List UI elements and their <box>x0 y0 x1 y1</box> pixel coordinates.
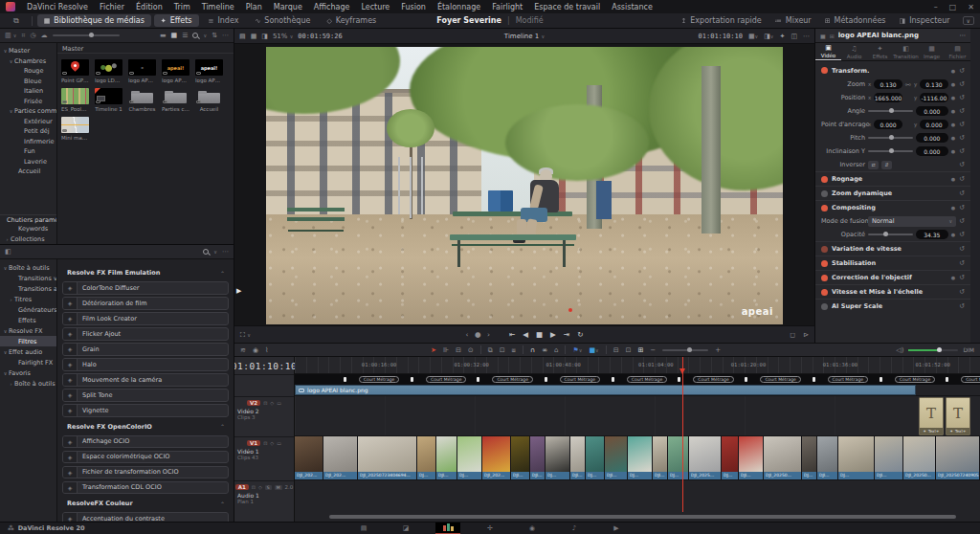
play-reverse-button[interactable]: ◀ <box>523 330 528 339</box>
effect-item[interactable]: ◈ Détérioration de film <box>62 297 229 310</box>
panel-collapse-icon[interactable]: ◧ <box>5 248 11 256</box>
video-clip[interactable]: DJ... <box>802 436 817 479</box>
menu-item[interactable]: DaVinci Resolve <box>21 3 94 11</box>
auto-select-icon[interactable]: ◇ <box>270 400 274 406</box>
zoom-in-icon[interactable]: ⊞ <box>637 346 643 354</box>
viewer-options-icon[interactable]: ⋯ <box>803 33 810 40</box>
video-clip[interactable]: DJ... <box>838 436 875 479</box>
effects-category[interactable]: ∨ Favoris <box>0 367 56 378</box>
snapping-magnet-icon[interactable]: ∩ <box>530 346 535 354</box>
reset-icon[interactable]: ↺ <box>959 175 965 183</box>
link-icon[interactable]: ⌗ <box>22 32 26 39</box>
zoom-fit-icon[interactable]: ⊡ <box>626 346 632 354</box>
marker-strip[interactable]: Court Métrage Court Métrage Court Métrag… <box>295 374 980 385</box>
opacity-slider[interactable] <box>868 234 913 235</box>
cache-menu-icon[interactable]: ◨∨ <box>764 33 773 40</box>
video-clip[interactable]: DJ... <box>628 436 653 479</box>
category-expand-icon[interactable]: ∨ <box>2 265 9 271</box>
inspector-section[interactable]: Stabilisation ● ↺ <box>815 256 970 270</box>
timeline-marker[interactable]: Court Métrage <box>612 376 667 383</box>
bin-expand-icon[interactable]: ∨ <box>8 58 14 64</box>
replace-clip-button[interactable]: ⧈ <box>512 346 516 354</box>
logo-overlay-clip[interactable]: logo APEAI blanc.png <box>295 385 916 395</box>
bin-item[interactable]: Italien <box>0 86 56 97</box>
timeline-marker[interactable]: Court Métrage <box>946 376 980 383</box>
effect-item[interactable]: ◈ Grain <box>62 343 229 356</box>
timeline-zoom-slider[interactable] <box>662 349 708 351</box>
timeline-marker[interactable]: Court Métrage <box>813 376 868 383</box>
effects-category[interactable]: ∨ Effet audio <box>0 346 56 357</box>
in-out-icon[interactable]: ⊳ <box>803 331 809 339</box>
video-clip[interactable]: DJI_202... <box>323 436 358 479</box>
angle-slider[interactable] <box>868 110 913 112</box>
auto-select-icon[interactable]: ◇ <box>258 484 262 490</box>
category-expand-icon[interactable]: ∨ <box>2 328 9 334</box>
timeline-marker[interactable]: Court Métrage <box>477 376 532 383</box>
effects-category[interactable]: › Titres <box>0 294 56 304</box>
effect-item[interactable]: ◈ Halo <box>62 358 229 371</box>
inspector-section[interactable]: Correction de l'objectif ● ↺ <box>815 270 970 284</box>
dual-viewer-icon[interactable]: ▦ <box>251 33 257 40</box>
go-to-last-frame-button[interactable]: ⇥ <box>564 330 569 339</box>
track-badge[interactable]: A1 <box>235 484 249 490</box>
split-view-icon[interactable]: ◫ <box>791 33 797 40</box>
yaw-field[interactable]: 0.000 <box>916 146 948 156</box>
video-clip[interactable]: DJI... <box>511 436 530 479</box>
mute-button[interactable]: M <box>275 485 282 490</box>
media-item[interactable]: apeai! logo APEAI ... <box>162 59 189 83</box>
marker-flag-icon[interactable] <box>946 377 948 382</box>
razor-tool[interactable]: ⊟ <box>456 346 461 354</box>
inspector-options-icon[interactable]: ⋯ <box>960 32 967 39</box>
effect-item[interactable]: ◈ Film Look Creator <box>62 312 229 325</box>
trim-edit-tool[interactable]: ⊪ <box>443 346 449 354</box>
effects-category[interactable]: Filtres <box>0 336 56 346</box>
toolbar-button[interactable]: ◨ Inspecteur <box>893 14 957 27</box>
timeline-horizontal-scrollbar[interactable] <box>295 515 976 520</box>
inspector-tab[interactable]: ▣ Vidéo <box>815 43 841 60</box>
reset-icon[interactable]: ↺ <box>959 259 965 267</box>
collapse-chevron-icon[interactable]: ∨ <box>963 16 974 25</box>
import-media-icon[interactable]: ▥ ∨ <box>5 32 17 39</box>
toolbar-button[interactable]: ≔ Mixeur <box>768 14 818 27</box>
media-item[interactable]: Accueil <box>195 88 223 112</box>
video-clip[interactable]: DJ... <box>586 436 605 479</box>
track-header-v1[interactable]: V1 ⊡ ◇ ▭ Vidéo 1 Clips 43 <box>234 436 294 480</box>
list-view-icon[interactable]: ☰ <box>182 32 188 39</box>
flags-icon[interactable]: ◉ <box>253 346 258 354</box>
video-track-1[interactable]: DJI_202... DJI_202... DJI_20250723404694… <box>295 436 980 480</box>
jog-control[interactable]: ‹ ● › <box>466 330 492 339</box>
video-clip[interactable]: DJ... <box>457 436 482 479</box>
marker-flag-icon[interactable] <box>545 377 547 382</box>
marker-flag-icon[interactable] <box>477 377 479 382</box>
section-enable-toggle[interactable] <box>821 260 828 267</box>
strip-view-icon[interactable]: ▬ <box>160 32 167 39</box>
match-frame-icon[interactable]: ◻ <box>790 331 795 339</box>
track-height-icon[interactable]: ▭ <box>277 440 281 446</box>
effect-item[interactable]: ◈ Resolve FX Film Emulation <box>62 266 229 279</box>
marker-flag-icon[interactable] <box>880 377 882 382</box>
reset-icon[interactable]: ↺ <box>959 189 965 197</box>
menu-item[interactable]: Fusion <box>395 3 432 11</box>
timeline-view-options-icon[interactable]: ≋ <box>240 346 246 354</box>
effects-search-icon[interactable] <box>203 249 209 255</box>
category-expand-icon[interactable]: ∨ <box>2 370 9 376</box>
inspector-section[interactable]: Variation de vitesse ● ↺ <box>815 241 970 256</box>
section-enable-toggle[interactable] <box>821 176 828 183</box>
reset-icon[interactable]: ↺ <box>959 217 965 225</box>
zoom-full-icon[interactable]: ⊟ <box>613 346 619 354</box>
blend-mode-select[interactable]: Normal ∨ <box>868 216 956 227</box>
menu-item[interactable]: Fichier <box>94 3 130 11</box>
keyframe-dot-icon[interactable]: ● <box>951 68 955 74</box>
track-badge[interactable]: V2 <box>247 400 260 406</box>
reset-icon[interactable]: ↺ <box>959 107 965 115</box>
track-header-v2[interactable]: V2 ⊡ ◇ ▭ Vidéo 2 Clips 3 <box>234 396 294 436</box>
effects-category[interactable]: ∨ Boîte à outils <box>0 262 56 273</box>
timeline-marker[interactable]: Court Métrage <box>745 376 800 383</box>
track-header-a1[interactable]: A1 ⊡ ◇ S M 2.0 Audio 1 Plan 1 <box>234 480 294 522</box>
mic-icon[interactable]: ⌇ <box>265 346 268 354</box>
search-icon[interactable] <box>192 33 198 38</box>
sort-icon[interactable]: ⇅ <box>212 32 217 39</box>
media-item[interactable]: Point GPS r... <box>61 59 89 83</box>
effect-item[interactable]: ◈ Flicker Ajout <box>62 327 229 341</box>
yaw-slider[interactable] <box>868 150 913 152</box>
